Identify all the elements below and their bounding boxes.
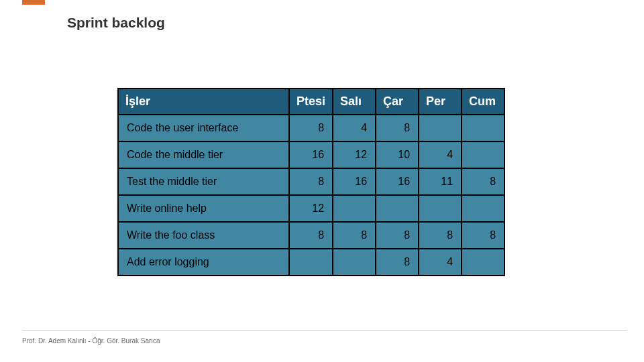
value-cell: 12 — [289, 195, 333, 222]
value-cell: 4 — [419, 249, 462, 276]
col-header-thu: Per — [419, 88, 462, 115]
task-cell: Code the user interface — [118, 115, 289, 141]
task-cell: Write online help — [118, 195, 289, 222]
value-cell: 8 — [333, 222, 376, 249]
col-header-mon: Ptesi — [289, 88, 333, 115]
table-header-row: İşler Ptesi Salı Çar Per Cum — [118, 88, 504, 115]
col-header-task: İşler — [118, 88, 289, 115]
table-row: Code the middle tier 16 12 10 4 — [118, 141, 504, 168]
value-cell: 8 — [289, 168, 333, 195]
value-cell — [419, 115, 462, 141]
value-cell: 8 — [289, 115, 333, 141]
task-cell: Write the foo class — [118, 222, 289, 249]
table-row: Add error logging 8 4 — [118, 249, 504, 276]
value-cell: 8 — [462, 222, 504, 249]
table-row: Code the user interface 8 4 8 — [118, 115, 504, 141]
value-cell: 10 — [376, 141, 419, 168]
accent-bar — [22, 0, 45, 5]
table-row: Write the foo class 8 8 8 8 8 — [118, 222, 504, 249]
task-cell: Code the middle tier — [118, 141, 289, 168]
table-row: Write online help 12 — [118, 195, 504, 222]
value-cell: 8 — [376, 249, 419, 276]
slide: Sprint backlog İşler Ptesi Salı Çar Per … — [0, 0, 644, 362]
value-cell: 8 — [462, 168, 504, 195]
page-title: Sprint backlog — [67, 15, 165, 31]
value-cell — [462, 195, 504, 222]
task-cell: Test the middle tier — [118, 168, 289, 195]
value-cell — [462, 115, 504, 141]
footer-divider — [22, 330, 627, 331]
value-cell — [333, 249, 376, 276]
value-cell: 16 — [376, 168, 419, 195]
value-cell — [376, 195, 419, 222]
backlog-table: İşler Ptesi Salı Çar Per Cum Code the us… — [117, 88, 505, 276]
footer-text: Prof. Dr. Adem Kalınlı - Öğr. Gör. Burak… — [22, 337, 160, 345]
value-cell: 16 — [289, 141, 333, 168]
value-cell: 8 — [376, 222, 419, 249]
value-cell: 12 — [333, 141, 376, 168]
table-row: Test the middle tier 8 16 16 11 8 — [118, 168, 504, 195]
col-header-fri: Cum — [462, 88, 504, 115]
value-cell — [289, 249, 333, 276]
col-header-tue: Salı — [333, 88, 376, 115]
value-cell: 8 — [289, 222, 333, 249]
value-cell: 8 — [419, 222, 462, 249]
value-cell: 8 — [376, 115, 419, 141]
value-cell: 4 — [419, 141, 462, 168]
value-cell: 11 — [419, 168, 462, 195]
backlog-table-wrap: İşler Ptesi Salı Çar Per Cum Code the us… — [117, 88, 505, 276]
value-cell: 16 — [333, 168, 376, 195]
value-cell — [419, 195, 462, 222]
task-cell: Add error logging — [118, 249, 289, 276]
value-cell — [333, 195, 376, 222]
value-cell — [462, 141, 504, 168]
col-header-wed: Çar — [376, 88, 419, 115]
value-cell — [462, 249, 504, 276]
value-cell: 4 — [333, 115, 376, 141]
